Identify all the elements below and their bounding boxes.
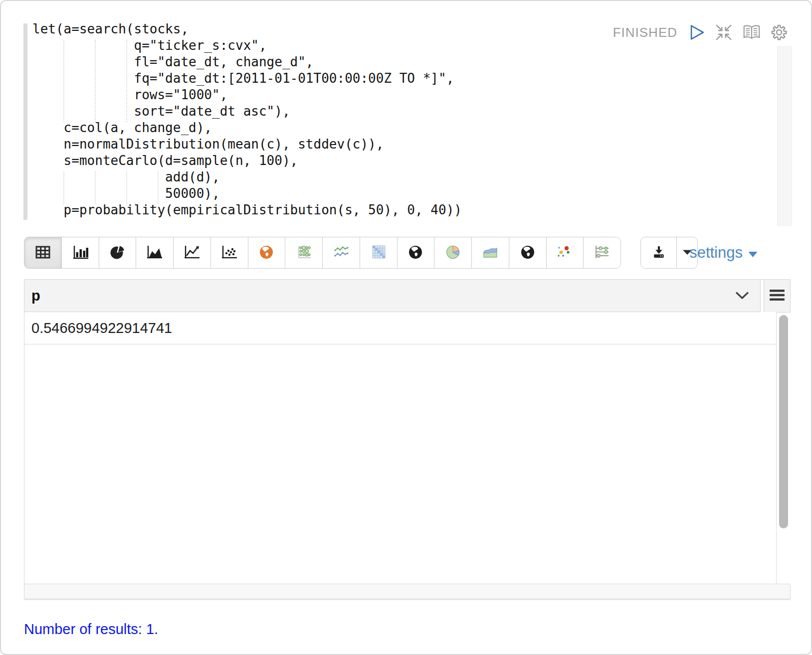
download-icon <box>651 245 666 261</box>
bar-chart-icon <box>70 244 90 262</box>
orange-globe-icon <box>256 244 276 262</box>
viz-sliders-button[interactable] <box>583 237 621 269</box>
line-chart-icon <box>182 244 202 262</box>
book-icon[interactable] <box>742 23 762 41</box>
result-table: p 0.5466994922914741 <box>24 279 791 599</box>
notebook-paragraph: let(a=search(stocks, q="ticker_s:cvx", f… <box>0 0 812 655</box>
viz-toolbar: settings <box>24 237 790 269</box>
paragraph-controls: FINISHED <box>613 23 788 42</box>
table-row[interactable]: 0.5466994922914741 <box>24 312 776 344</box>
download-button[interactable] <box>640 237 677 269</box>
scatter-color-icon <box>555 244 575 262</box>
area-chart-icon <box>145 244 165 262</box>
indent-guide <box>63 40 64 122</box>
grid-menu-button[interactable] <box>764 280 790 313</box>
viz-area-pastel-button[interactable] <box>471 237 509 269</box>
gear-icon[interactable] <box>770 23 788 41</box>
viz-line-chart-button[interactable] <box>173 237 211 269</box>
code-text[interactable]: let(a=search(stocks, q="ticker_s:cvx", f… <box>32 21 462 218</box>
caret-down-icon <box>748 244 758 262</box>
viz-globe-button[interactable] <box>397 237 435 269</box>
pie-pastel-icon <box>443 244 463 262</box>
indent-guide <box>63 171 64 204</box>
viz-pie-pastel-button[interactable] <box>434 237 472 269</box>
scatter-chart-icon <box>219 244 239 262</box>
cell-value: 0.5466994922914741 <box>31 320 172 336</box>
chart-type-buttons <box>24 237 621 269</box>
bubble-grid-icon <box>294 244 314 262</box>
results-count-text: Number of results: 1. <box>24 621 158 638</box>
viz-bubble-grid-button[interactable] <box>285 237 323 269</box>
dark-globe-icon <box>518 244 538 262</box>
grid-horizontal-scrollbar[interactable] <box>24 584 790 599</box>
settings-link[interactable]: settings <box>689 237 758 269</box>
viz-scatter-color-button[interactable] <box>546 237 584 269</box>
settings-label: settings <box>689 244 743 262</box>
heatmap-icon <box>369 244 389 262</box>
column-menu-button[interactable] <box>735 292 749 300</box>
status-badge: FINISHED <box>613 25 677 40</box>
column-header-label: p <box>24 288 40 304</box>
table-icon <box>33 244 53 262</box>
viz-table-button[interactable] <box>24 237 62 269</box>
viz-map-button[interactable] <box>248 237 286 269</box>
pie-chart-icon <box>107 244 127 262</box>
indent-guide <box>126 40 127 122</box>
code-editor[interactable]: let(a=search(stocks, q="ticker_s:cvx", f… <box>1 1 811 230</box>
indent-guide <box>126 171 127 204</box>
column-header-p[interactable]: p <box>24 280 761 312</box>
run-icon[interactable] <box>689 24 706 41</box>
dark-globe-icon <box>406 244 425 262</box>
editor-gutter <box>23 23 27 220</box>
viz-scatter-chart-button[interactable] <box>210 237 248 269</box>
viz-multi-line-button[interactable] <box>322 237 360 269</box>
editor-scrollbar[interactable] <box>777 46 792 226</box>
grid-vertical-scrollbar[interactable] <box>776 313 791 585</box>
indent-guide <box>95 40 96 122</box>
indent-guide <box>95 171 96 204</box>
scrollbar-thumb[interactable] <box>779 315 788 528</box>
indent-guide <box>158 171 159 204</box>
sliders-icon <box>592 244 612 262</box>
multi-line-icon <box>331 244 351 262</box>
compress-icon[interactable] <box>714 23 733 42</box>
viz-bar-chart-button[interactable] <box>61 237 99 269</box>
area-pastel-icon <box>480 244 500 262</box>
viz-pie-chart-button[interactable] <box>99 237 137 269</box>
hamburger-icon <box>770 289 785 303</box>
viz-area-chart-button[interactable] <box>136 237 174 269</box>
viz-globe-2-button[interactable] <box>509 237 547 269</box>
viz-heatmap-button[interactable] <box>360 237 398 269</box>
